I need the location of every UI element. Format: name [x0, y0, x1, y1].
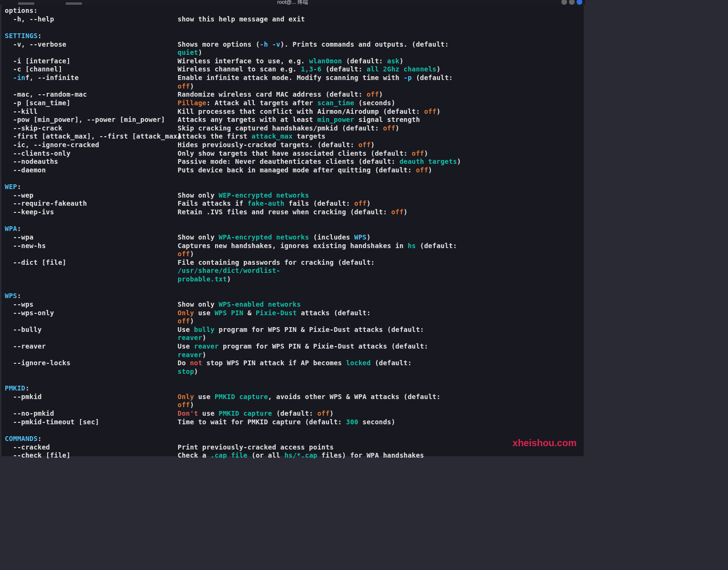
section-header: PMKID — [5, 384, 25, 393]
cli-flag: --kill — [5, 108, 178, 116]
cli-desc: Shows more options (-h -v). Prints comma… — [178, 40, 453, 49]
cli-desc: off) — [178, 82, 194, 91]
cli-flag: --pmkid-timeout [sec] — [5, 418, 178, 427]
cli-flag: -first [attack_max], --first [attack_max… — [5, 132, 178, 141]
terminal-output[interactable]: options: -h, --helpshow this help messag… — [5, 7, 580, 455]
cli-desc: Hides previously-cracked targets. (defau… — [178, 141, 375, 150]
cli-desc: show this help message and exit — [178, 15, 305, 24]
cli-desc: Captures new handshakes, ignores existin… — [178, 242, 461, 250]
cli-flag: -c [channel] — [5, 65, 178, 74]
cli-flag: --wps-only — [5, 309, 178, 318]
cli-flag: --daemon — [5, 166, 178, 175]
cli-flag: --new-hs — [5, 242, 178, 250]
cli-desc: Don't use PMKID capture (default: off) — [178, 410, 334, 418]
cli-flag: -i [interface] — [5, 57, 178, 66]
cli-desc: off) — [178, 250, 194, 259]
cli-flag: --skip-crack — [5, 124, 178, 133]
cli-flag: --bully — [5, 326, 178, 334]
cli-desc: Only show targets that have associated c… — [178, 150, 428, 158]
cli-flag: --dict [file] — [5, 259, 178, 275]
cli-flag: --wpa — [5, 233, 178, 242]
cli-flag: -p [scan_time] — [5, 99, 178, 108]
cli-desc: Show only WPA-encrypted networks (includ… — [178, 233, 371, 242]
cli-flag: --nodeauths — [5, 158, 178, 166]
cli-flag: --cracked — [5, 443, 178, 452]
cli-desc: Passive mode: Never deauthenticates clie… — [178, 158, 461, 166]
cli-flag: --require-fakeauth — [5, 200, 178, 208]
cli-flag: --pmkid — [5, 393, 178, 401]
cli-desc: Pillage: Attack all targets after scan_t… — [178, 99, 395, 108]
cli-desc: Use bully program for WPS PIN & Pixie-Du… — [178, 326, 428, 334]
cli-desc: Randomize wireless card MAC address (def… — [178, 90, 383, 99]
cli-flag: -ic, --ignore-cracked — [5, 141, 178, 150]
cli-flag: --check [file] — [5, 451, 178, 459]
cli-desc: File containing passwords for cracking (… — [178, 259, 463, 275]
cli-flag: -v, --verbose — [5, 40, 178, 49]
maximize-button[interactable] — [569, 0, 575, 5]
cli-desc: reaver) — [178, 351, 206, 360]
section-header: WPS — [5, 292, 17, 300]
cli-desc: probable.txt) — [178, 275, 231, 284]
section-header: options — [5, 7, 33, 15]
cli-desc: Do not stop WPS PIN attack if AP becomes… — [178, 359, 416, 368]
cli-desc: Fails attacks if fake-auth fails (defaul… — [178, 200, 371, 208]
cli-desc: Check a .cap file (or all hs/*.cap files… — [178, 451, 424, 459]
cli-desc: Wireless interface to use, e.g. wlan0mon… — [178, 57, 404, 66]
section-header: WEP — [5, 183, 17, 191]
cli-desc: Show only WEP-encrypted networks — [178, 191, 309, 200]
minimize-button[interactable] — [561, 0, 567, 5]
cli-flag: -h, --help — [5, 15, 178, 24]
cli-flag: --keep-ivs — [5, 208, 178, 217]
cli-desc: Use reaver program for WPS PIN & Pixie-D… — [178, 342, 432, 351]
cli-desc: Attacks any targets with at least min_po… — [178, 116, 420, 124]
cli-flag: -pow [min_power], --power [min_power] — [5, 116, 178, 124]
cli-flag: -mac, --random-mac — [5, 90, 178, 99]
cli-desc: Only use PMKID capture, avoids other WPS… — [178, 393, 445, 401]
cli-desc: Puts device back in managed mode after q… — [178, 166, 432, 175]
cli-desc: Kill processes that conflict with Airmon… — [178, 108, 440, 116]
cli-desc: Only use WPS PIN & Pixie-Dust attacks (d… — [178, 309, 375, 318]
cli-desc: off) — [178, 401, 194, 410]
cli-desc: Show only WPS-enabled networks — [178, 300, 301, 309]
section-header: SETTINGS — [5, 32, 38, 40]
cli-desc: Time to wait for PMKID capture (default:… — [178, 418, 395, 427]
section-header: COMMANDS — [5, 435, 38, 443]
cli-flag: --wps — [5, 300, 178, 309]
cli-flag: --no-pmkid — [5, 410, 178, 418]
cli-desc: Attacks the first attack_max targets — [178, 132, 326, 141]
cli-flag: --clients-only — [5, 150, 178, 158]
cli-desc: Print previously-cracked access points — [178, 443, 334, 452]
cli-flag: -inf, --infinite — [5, 74, 178, 82]
cli-flag: --reaver — [5, 342, 178, 351]
section-header: WPA — [5, 225, 17, 233]
cli-desc: stop) — [178, 368, 198, 376]
cli-desc: Enable infinite attack mode. Modify scan… — [178, 74, 457, 82]
cli-desc: Wireless channel to scan e.g. 1,3-6 (def… — [178, 65, 440, 74]
cli-desc: quiet) — [178, 49, 202, 57]
watermark-corner: xheishou.com — [513, 437, 577, 449]
cli-desc: reaver) — [178, 334, 206, 342]
close-button[interactable] — [577, 0, 582, 5]
cli-desc: off) — [178, 317, 194, 326]
cli-flag: --ignore-locks — [5, 359, 178, 368]
cli-desc: Retain .IVS files and reuse when crackin… — [178, 208, 408, 217]
cli-flag: --wep — [5, 191, 178, 200]
cli-desc: Skip cracking captured handshakes/pmkid … — [178, 124, 399, 133]
